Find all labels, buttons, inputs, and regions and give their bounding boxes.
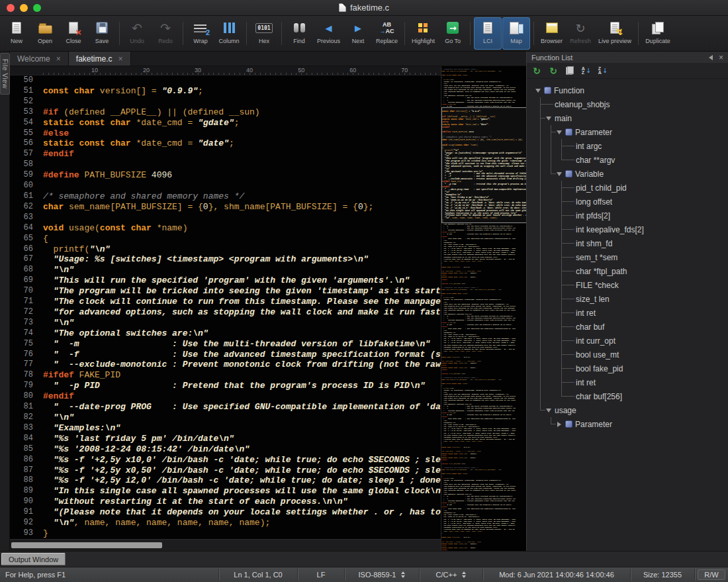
toolbar-map-button[interactable]: Map [502, 17, 530, 50]
tree-item-long-offset[interactable]: long offset [535, 195, 728, 209]
tree-item-int-argc[interactable]: int argc [535, 139, 728, 153]
goto-icon [447, 22, 459, 34]
toolbar-go-to-button[interactable]: Go To [439, 17, 467, 50]
tree-item-char-ftpl-path[interactable]: char *ftpl_path [535, 264, 728, 278]
close-panel-icon[interactable]: × [719, 54, 723, 62]
toolbar-live-preview-button[interactable]: Live preview [595, 17, 635, 50]
collapse-arrow-icon[interactable] [546, 409, 551, 412]
tree-connector [567, 375, 576, 389]
tab-faketime-c[interactable]: faketime.c× [69, 52, 131, 66]
toolbar-wrap-button[interactable]: Wrap [187, 17, 214, 50]
tree-item-int-pfds-2[interactable]: int pfds[2] [535, 209, 728, 222]
collapse-arrow-icon[interactable] [546, 117, 551, 121]
minimap-viewport[interactable]: const char version[] = "0.9.9"; #if (def… [441, 107, 527, 223]
tab-close-icon[interactable]: × [56, 55, 61, 63]
status-line-endings[interactable]: LF [298, 567, 344, 582]
tree-guide [545, 389, 556, 403]
tree-item-label: int argc [576, 142, 602, 151]
dock-left-icon[interactable] [709, 55, 713, 60]
tree-item-int-curr-opt[interactable]: int curr_opt [535, 334, 728, 348]
tree-item-cleanup-shobjs[interactable]: cleanup_shobjs [535, 97, 728, 111]
tree-item-char-buf-256[interactable]: char buf[256] [535, 389, 728, 403]
toolbar-lci-button[interactable]: LCI [474, 17, 502, 50]
code-line: "without restarting it at the start of e… [43, 497, 441, 507]
tree-item-int-keepalive-fds-2[interactable]: int keepalive_fds[2] [535, 222, 728, 236]
tree-item-function[interactable]: Function [535, 83, 728, 97]
status-encoding[interactable]: ISO-8859-1 [345, 567, 419, 582]
tab-close-icon[interactable]: × [118, 55, 123, 63]
toolbar-browser-button[interactable]: Browser [537, 17, 566, 50]
zoom-window-button[interactable] [33, 4, 41, 12]
collapse-arrow-icon[interactable] [535, 89, 541, 93]
collapse-arrow-icon[interactable] [557, 172, 562, 176]
tree-guide [556, 334, 567, 348]
refresh-list-button[interactable]: ↻ [529, 64, 544, 77]
status-caret-position[interactable]: Ln 1, Col 1, C0 [219, 567, 297, 582]
toolbar-separator [246, 22, 247, 45]
tree-item-sem-t-sem[interactable]: sem_t *sem [535, 250, 728, 264]
toolbar-duplicate-button[interactable]: Duplicate [642, 17, 674, 50]
toolbar-redo-button[interactable]: Redo [152, 17, 179, 50]
tree-item-parameter[interactable]: Parameter [535, 125, 728, 139]
toolbar-next-button[interactable]: Next [344, 17, 372, 50]
tree-item-char-argv[interactable]: char **argv [535, 153, 728, 167]
tab-welcome[interactable]: Welcome× [10, 52, 69, 66]
tree-item-int-shm-fd[interactable]: int shm_fd [535, 236, 728, 250]
toolbar-close-button[interactable]: Close [60, 17, 87, 50]
toolbar-replace-button[interactable]: AB→ACReplace [373, 17, 401, 50]
sort-descending-button[interactable]: ZA↓ [596, 64, 610, 77]
tree-item-int-ret[interactable]: int ret [535, 375, 728, 389]
tree-guide [535, 111, 545, 125]
toolbar-save-button[interactable]: Save [88, 17, 116, 50]
tree-connector [545, 97, 555, 111]
code-area[interactable]: const char version[] = "0.9.9"; #if (def… [39, 75, 441, 539]
line-number: 86 [10, 455, 33, 465]
close-window-button[interactable] [7, 4, 15, 12]
horizontal-scrollbar-thumb[interactable] [11, 542, 162, 548]
tree-item-parameter[interactable]: Parameter [535, 417, 728, 431]
toolbar-open-button[interactable]: Open [31, 17, 59, 50]
tree-connector [567, 334, 576, 348]
tree-item-file-check[interactable]: FILE *check [535, 278, 728, 292]
tree-item-variable[interactable]: Variable [535, 167, 728, 181]
status-readwrite[interactable]: R/W [698, 569, 725, 580]
toolbar-highlight-button[interactable]: Highlight [408, 17, 438, 50]
code-line: #endif [43, 391, 441, 402]
file-view-tab[interactable]: File View [0, 53, 10, 95]
tree-item-main[interactable]: main [535, 111, 728, 125]
tree-item-label: int ret [576, 378, 596, 387]
status-syntax[interactable]: C/C++ [420, 567, 482, 582]
line-number: 60 [10, 181, 33, 191]
tree-guide [545, 139, 556, 153]
sync-selection-button[interactable]: ↻ [546, 64, 561, 77]
toolbar-button-label: Go To [445, 38, 461, 44]
horizontal-scrollbar[interactable] [10, 539, 441, 551]
tree-item-bool-fake-pid[interactable]: bool fake_pid [535, 362, 728, 375]
minimize-window-button[interactable] [20, 4, 28, 12]
function-tree: Functioncleanup_shobjsmainParameterint a… [527, 79, 728, 551]
sort-ascending-button[interactable]: AZ↓ [579, 64, 594, 77]
toolbar-hex-button[interactable]: Hex [250, 17, 278, 50]
minimap[interactable]: /* semaphore and shared memory names */c… [441, 66, 527, 551]
toolbar-previous-button[interactable]: Previous [314, 17, 343, 50]
tree-item-usage[interactable]: usage [535, 403, 728, 417]
toolbar-column-button[interactable]: Column [215, 17, 243, 50]
ruler-mark: 60 [349, 67, 356, 73]
toolbar-button-label: Map [510, 38, 522, 44]
output-window-button[interactable]: Output Window [1, 553, 66, 565]
tree-item-bool-use-mt[interactable]: bool use_mt [535, 348, 728, 362]
toolbar-undo-button[interactable]: Undo [123, 17, 151, 50]
tree-guide [556, 153, 567, 167]
tree-item-pid-t-child-pid[interactable]: pid_t child_pid [535, 181, 728, 195]
toolbar-find-button[interactable]: Find [285, 17, 313, 50]
code-line: static const char *date_cmd = "gdate"; [43, 118, 441, 128]
toolbar-new-button[interactable]: New [3, 17, 30, 50]
tree-item-size-t-len[interactable]: size_t len [535, 292, 728, 306]
copy-list-button[interactable] [563, 64, 577, 77]
tree-item-char-buf[interactable]: char buf [535, 320, 728, 334]
toolbar-refresh-button[interactable]: Refresh [567, 17, 594, 50]
collapse-arrow-icon[interactable] [557, 130, 562, 134]
code-line [43, 181, 441, 191]
expand-arrow-icon[interactable] [557, 422, 561, 427]
tree-item-int-ret[interactable]: int ret [535, 306, 728, 320]
